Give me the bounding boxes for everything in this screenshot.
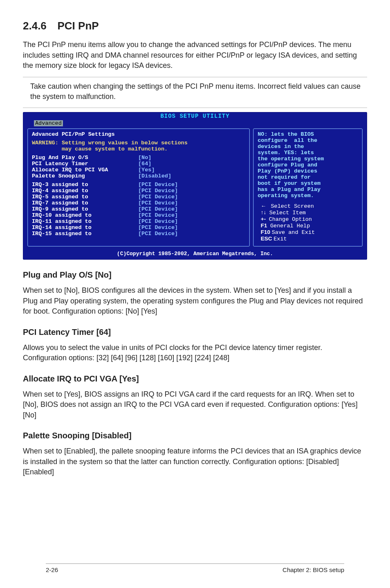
bios-irq-value: [PCI Device] [138,188,178,194]
bios-help-line: the operating system [258,156,358,162]
bios-help-pane: NO: lets the BIOSconfigure all thedevice… [253,128,363,247]
bios-key-hint: F10 Save and Exit [258,229,358,236]
page: 2.4.6 PCI PnP The PCI PnP menu items all… [23,20,367,584]
bios-help-line: system. YES: lets [258,150,358,156]
bios-setting-label: Plug And Play O/S [32,155,138,161]
bios-setting-label: PCI Latency Timer [32,161,138,167]
bios-key-hint: +- Change Option [258,216,358,222]
subsection-heading: Plug and Play O/S [No] [23,270,367,280]
bios-key-symbol: ESC [258,236,273,242]
bios-title: BIOS SETUP UTILITY [23,112,367,120]
bios-help-line: has a Plug and Play [258,186,358,193]
bios-irq-value: [PCI Device] [138,231,178,237]
bios-key-hint: ← Select Screen [258,203,358,209]
bios-irq-label: IRQ-5 assigned to [32,194,138,200]
bios-help-line: configure all the [258,137,358,144]
section-number: 2.4.6 [23,20,47,32]
bios-setting-value: [No] [138,155,151,161]
bios-irq-row: IRQ-4 assigned to[PCI Device] [32,188,245,194]
bios-key-desc: General Help [270,223,310,229]
bios-setting-row: PCI Latency Timer[64] [32,161,245,167]
subsection-heading: Allocate IRQ to PCI VGA [Yes] [23,374,367,384]
intro-paragraph: The PCI PnP menu items allow you to chan… [23,40,367,71]
page-number: 2-26 [46,566,58,573]
bios-copyright: (C)Copyright 1985-2002, American Megatre… [23,250,367,259]
bios-setting-row: Allocate IRQ to PCI VGA[Yes] [32,167,245,173]
bios-help-line: operating system. [258,193,358,199]
section-heading: 2.4.6 PCI PnP [23,20,367,32]
bios-warning-line1: WARNING: Setting wrong values in below s… [32,140,245,146]
bios-irq-row: IRQ-7 assigned to[PCI Device] [32,200,245,206]
bios-irq-value: [PCI Device] [138,194,178,200]
bios-irq-label: IRQ-15 assigned to [32,231,138,237]
bios-tab-advanced: Advanced [34,120,63,126]
subsection-body: Allows you to select the value in units … [23,343,367,364]
bios-irq-row: IRQ-15 assigned to[PCI Device] [32,231,245,237]
bios-tabs: Advanced [23,120,367,128]
bios-irq-label: IRQ-4 assigned to [32,188,138,194]
bios-irq-label: IRQ-14 assigned to [32,224,138,231]
bios-irq-row: IRQ-10 assigned to[PCI Device] [32,212,245,218]
divider [23,108,367,108]
bios-help-line: Play (PnP) devices [258,168,358,174]
subsection-body: When set to [Enabled], the pallete snoop… [23,446,367,478]
subsection-heading: PCI Latency Timer [64] [23,328,367,337]
bios-help-line: NO: lets the BIOS [258,131,358,137]
bios-key-symbol: ↑↓ [258,209,269,215]
bios-help-line: configure Plug and [258,162,358,168]
bios-key-desc: Change Option [269,216,312,222]
bios-warning-line2: may cause system to malfunction. [32,146,245,152]
subsection-heading: Palette Snooping [Disabled] [23,431,367,440]
bios-irq-value: [PCI Device] [138,200,178,206]
bios-setting-label: Palette Snooping [32,173,138,179]
bios-key-hint: ↑↓ Select Item [258,209,358,216]
bios-screenshot: BIOS SETUP UTILITY Advanced Advanced PCI… [23,112,367,260]
bios-irq-label: IRQ-9 assigned to [32,206,138,212]
bios-setting-label: Allocate IRQ to PCI VGA [32,167,138,173]
bios-setting-value: [Disabled] [138,173,171,179]
bios-key-symbol: F10 [258,229,272,235]
bios-key-symbol: F1 [258,222,270,229]
bios-key-desc: Save and Exit [272,229,315,236]
subsection-body: When set to [Yes], BIOS assigns an IRQ t… [23,389,367,421]
bios-irq-value: [PCI Device] [138,212,178,218]
bios-irq-row: IRQ-5 assigned to[PCI Device] [32,194,245,200]
bios-irq-label: IRQ-10 assigned to [32,212,138,218]
bios-irq-value: [PCI Device] [138,224,178,231]
bios-left-header: Advanced PCI/PnP Settings [32,131,245,137]
bios-irq-label: IRQ-7 assigned to [32,200,138,206]
page-footer: 2-26 Chapter 2: BIOS setup [46,563,344,573]
divider [23,77,367,77]
bios-help-line: devices in the [258,144,358,150]
bios-key-hint: F1 General Help [258,222,358,229]
chapter-label: Chapter 2: BIOS setup [282,566,344,573]
bios-irq-value: [PCI Device] [138,206,178,212]
bios-key-hint: ESC Exit [258,236,358,242]
bios-key-desc: Select Item [269,210,306,216]
bios-irq-value: [PCI Device] [138,218,178,224]
bios-irq-label: IRQ-11 assigned to [32,218,138,224]
bios-help-line: boot if your system [258,180,358,186]
section-title: PCI PnP [58,20,99,32]
bios-setting-row: Plug And Play O/S[No] [32,155,245,161]
bios-irq-row: IRQ-3 assigned to[PCI Device] [32,182,245,188]
bios-key-symbol: +- [258,216,269,222]
bios-left-pane: Advanced PCI/PnP Settings WARNING: Setti… [27,128,250,247]
bios-key-desc: Exit [273,236,287,242]
bios-key-desc: Select Screen [271,203,314,209]
bios-irq-row: IRQ-11 assigned to[PCI Device] [32,218,245,224]
caution-callout: Take caution when changing the settings … [23,81,367,102]
bios-setting-row: Palette Snooping[Disabled] [32,173,245,179]
bios-irq-value: [PCI Device] [138,182,178,188]
bios-help-line: not required for [258,174,358,180]
bios-irq-label: IRQ-3 assigned to [32,182,138,188]
subsection-body: When set to [No], BIOS configures all th… [23,285,367,317]
caution-text: Take caution when changing the settings … [30,81,367,102]
bios-irq-row: IRQ-9 assigned to[PCI Device] [32,206,245,212]
bios-irq-row: IRQ-14 assigned to[PCI Device] [32,224,245,231]
bios-setting-value: [64] [138,161,151,167]
bios-key-symbol: ← [258,203,271,209]
bios-setting-value: [Yes] [138,167,155,173]
